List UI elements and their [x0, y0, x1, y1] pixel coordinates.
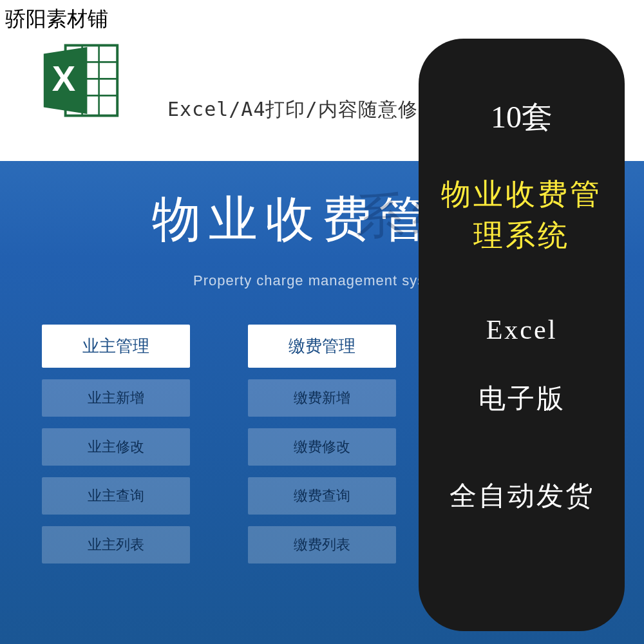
payment-edit-button[interactable]: 缴费修改 [248, 428, 396, 466]
product-version: 电子版 [478, 381, 565, 417]
product-count: 10套 [491, 97, 553, 138]
owner-list-button[interactable]: 业主列表 [42, 526, 190, 564]
payment-list-button[interactable]: 缴费列表 [248, 526, 396, 564]
column-payment-management: 缴费管理 缴费新增 缴费修改 缴费查询 缴费列表 [248, 325, 396, 564]
owner-add-button[interactable]: 业主新增 [42, 379, 190, 417]
product-format: Excel [486, 314, 558, 345]
excel-icon: X [39, 39, 122, 122]
owner-management-header[interactable]: 业主管理 [42, 325, 190, 368]
owner-query-button[interactable]: 业主查询 [42, 477, 190, 515]
product-delivery: 全自动发货 [450, 478, 594, 514]
column-owner-management: 业主管理 业主新增 业主修改 业主查询 业主列表 [42, 325, 190, 564]
payment-add-button[interactable]: 缴费新增 [248, 379, 396, 417]
product-overlay-card: 10套 物业收费管 理系统 Excel 电子版 全自动发货 [419, 39, 625, 631]
svg-text:X: X [52, 59, 75, 99]
payment-management-header[interactable]: 缴费管理 [248, 325, 396, 368]
product-title-line2: 理系统 [473, 214, 570, 256]
watermark-text: 骄阳素材铺 [5, 5, 108, 33]
product-title-line1: 物业收费管 [441, 173, 602, 214]
payment-query-button[interactable]: 缴费查询 [248, 477, 396, 515]
owner-edit-button[interactable]: 业主修改 [42, 428, 190, 466]
